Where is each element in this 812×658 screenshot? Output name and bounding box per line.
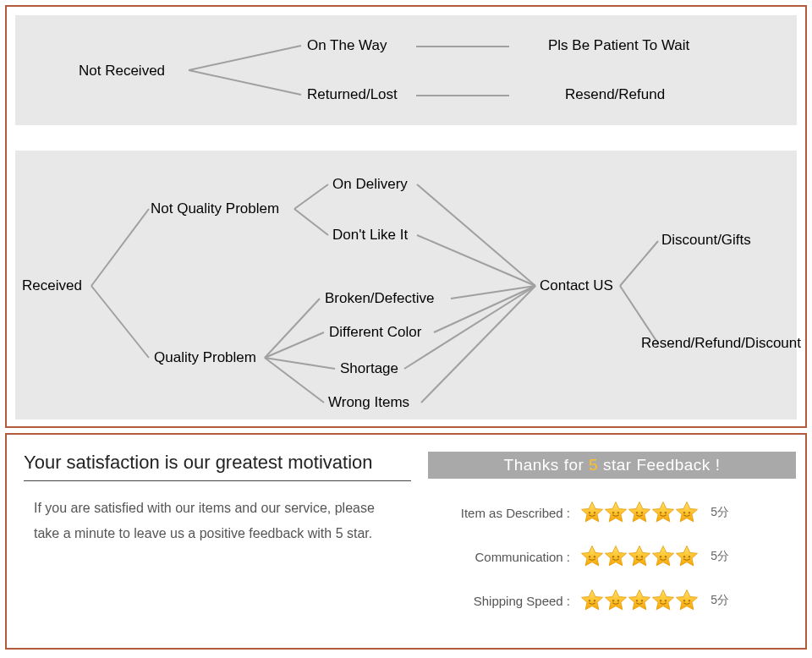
connector-line xyxy=(416,95,509,96)
label-returned-lost: Returned/Lost xyxy=(307,86,398,103)
svg-point-34 xyxy=(589,556,590,557)
svg-marker-54 xyxy=(629,590,650,610)
svg-point-25 xyxy=(636,512,638,513)
star-group xyxy=(580,589,699,612)
thanks-num: 5 xyxy=(589,456,598,474)
label-diff-color: Different Color xyxy=(329,324,421,341)
svg-marker-51 xyxy=(606,590,627,610)
svg-point-28 xyxy=(660,512,661,513)
star-icon xyxy=(604,589,628,612)
star-icon xyxy=(628,501,651,524)
svg-point-62 xyxy=(689,600,690,601)
svg-point-43 xyxy=(660,556,661,557)
svg-point-38 xyxy=(617,556,619,557)
svg-marker-39 xyxy=(629,546,650,566)
rating-label: Communication : xyxy=(426,550,570,564)
star-icon xyxy=(580,501,604,524)
svg-marker-42 xyxy=(653,546,674,566)
label-not-quality: Not Quality Problem xyxy=(151,200,279,217)
star-icon xyxy=(580,589,604,612)
svg-point-61 xyxy=(683,600,685,601)
svg-point-56 xyxy=(641,600,643,601)
svg-marker-18 xyxy=(582,502,603,522)
satisfaction-title: Your satisfaction is our greatest motiva… xyxy=(24,452,373,474)
rating-suffix: 5分 xyxy=(710,549,729,564)
svg-point-31 xyxy=(683,512,685,513)
label-quality: Quality Problem xyxy=(154,349,256,366)
svg-point-47 xyxy=(689,556,690,557)
label-not-received: Not Received xyxy=(79,63,165,80)
svg-marker-57 xyxy=(653,590,674,610)
connector-line xyxy=(416,46,509,47)
svg-point-20 xyxy=(594,512,595,513)
label-received: Received xyxy=(22,277,82,294)
satisfaction-body: If you are satisfied with our items and … xyxy=(34,496,398,546)
star-group xyxy=(580,501,699,524)
rating-label: Shipping Speed : xyxy=(426,594,570,608)
svg-marker-30 xyxy=(677,502,698,522)
svg-marker-45 xyxy=(677,546,698,566)
svg-point-29 xyxy=(665,512,667,513)
label-broken: Broken/Defective xyxy=(325,290,434,307)
feedback-panel: Your satisfaction is our greatest motiva… xyxy=(5,433,807,650)
label-dont-like: Don't Like It xyxy=(332,227,408,244)
rating-row-ship: Shipping Speed : 5分 xyxy=(426,589,729,612)
svg-marker-33 xyxy=(582,546,603,566)
star-icon xyxy=(651,589,675,612)
svg-marker-21 xyxy=(606,502,627,522)
star-icon xyxy=(604,501,628,524)
svg-point-37 xyxy=(612,556,614,557)
star-icon xyxy=(628,545,651,568)
rating-suffix: 5分 xyxy=(710,593,729,608)
svg-point-46 xyxy=(683,556,685,557)
svg-point-23 xyxy=(617,512,619,513)
svg-point-40 xyxy=(636,556,638,557)
rating-row-comm: Communication : 5分 xyxy=(426,545,729,568)
label-on-delivery: On Delivery xyxy=(332,176,408,193)
label-resend-refund-discount: Resend/Refund/Discount xyxy=(641,335,801,352)
svg-point-58 xyxy=(660,600,661,601)
svg-marker-27 xyxy=(653,502,674,522)
svg-point-50 xyxy=(594,600,595,601)
svg-point-26 xyxy=(641,512,643,513)
svg-point-35 xyxy=(594,556,595,557)
svg-marker-60 xyxy=(677,590,698,610)
star-icon xyxy=(675,545,699,568)
thanks-suffix: star Feedback ! xyxy=(598,456,720,474)
label-pls-patient: Pls Be Patient To Wait xyxy=(548,37,689,54)
star-icon xyxy=(651,501,675,524)
star-icon xyxy=(675,501,699,524)
svg-point-44 xyxy=(665,556,667,557)
svg-point-19 xyxy=(589,512,590,513)
rating-label: Item as Described : xyxy=(426,506,570,520)
decision-diagram-panel: Not Received On The Way Returned/Lost Pl… xyxy=(5,5,807,428)
title-underline xyxy=(24,480,411,481)
svg-point-59 xyxy=(665,600,667,601)
rating-suffix: 5分 xyxy=(710,505,729,520)
star-icon xyxy=(580,545,604,568)
thanks-bar: Thanks for 5 star Feedback ! xyxy=(428,452,796,479)
thanks-prefix: Thanks for xyxy=(504,456,590,474)
svg-point-52 xyxy=(612,600,614,601)
svg-point-22 xyxy=(612,512,614,513)
label-on-the-way: On The Way xyxy=(307,37,387,54)
svg-point-55 xyxy=(636,600,638,601)
label-wrong-items: Wrong Items xyxy=(328,394,409,411)
svg-marker-24 xyxy=(629,502,650,522)
star-group xyxy=(580,545,699,568)
star-icon xyxy=(651,545,675,568)
label-contact-us: Contact US xyxy=(540,277,613,294)
label-discount-gifts: Discount/Gifts xyxy=(661,232,751,249)
star-icon xyxy=(604,545,628,568)
star-icon xyxy=(675,589,699,612)
label-resend-refund-1: Resend/Refund xyxy=(565,86,665,103)
svg-point-41 xyxy=(641,556,643,557)
svg-point-53 xyxy=(617,600,619,601)
svg-marker-36 xyxy=(606,546,627,566)
svg-point-49 xyxy=(589,600,590,601)
svg-point-32 xyxy=(689,512,690,513)
label-shortage: Shortage xyxy=(340,360,398,377)
star-icon xyxy=(628,589,651,612)
rating-row-item: Item as Described : 5分 xyxy=(426,501,729,524)
svg-marker-48 xyxy=(582,590,603,610)
